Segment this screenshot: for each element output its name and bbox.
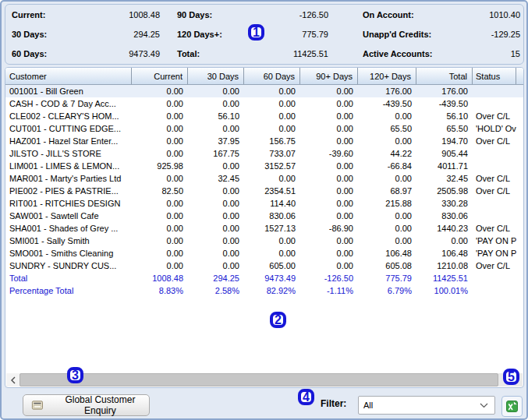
cell-60-days: 0.00 [244,122,300,135]
cell-60-days: 1527.13 [244,222,300,235]
cell-status [473,147,516,160]
cell-customer: JILSTO - JILL'S STORE [5,147,132,160]
cell-customer: SHA001 - Shades of Grey ... [5,222,132,235]
cell-120-days: 215.88 [358,197,416,210]
cell-current: 0.00 [132,235,188,247]
total-cell: 775.79 [358,272,416,284]
table-row[interactable]: SHA001 - Shades of Grey ... 0.00 0.00 15… [5,222,523,235]
table-row[interactable]: CUT001 - CUTTING EDGE... 0.00 0.00 0.00 … [5,122,523,135]
cell-90-days: 0.00 [300,210,358,222]
percentage-cell: Percentage Total [5,284,132,297]
column-header-60-days[interactable]: 60 Days [244,68,300,84]
cell-status [473,197,516,210]
cell-30-days: 0.00 [188,197,244,210]
cell-90-days: 0.00 [300,160,358,172]
percentage-cell: 2.58% [188,284,244,297]
cell-90-days: 0.00 [300,85,358,97]
summary-item-30-days: 30 Days: 294.25 [12,30,160,39]
cell-120-days: 176.00 [358,85,416,97]
column-header-customer[interactable]: Customer [5,68,132,84]
total-cell: 1008.48 [132,272,188,284]
cell-30-days: 0.00 [188,247,244,259]
cell-30-days: 56.10 [188,110,244,122]
summary-item-90-days: 90 Days: -126.50 [177,10,328,19]
total-cell [473,272,516,284]
cell-90-days: 0.00 [300,259,358,272]
percentage-total-row: Percentage Total 8.83% 2.58% 82.92% -1.1… [5,284,523,297]
cell-total: 1210.08 [416,259,473,272]
table-row[interactable]: LIM001 - LIMES & LEMON... 925.98 0.00 31… [5,160,523,172]
annotation-badge-3: 3 [67,367,83,383]
global-customer-enquiry-button[interactable]: Global Customer Enquiry [23,394,150,416]
summary-item-total: Total: 11425.51 [177,49,328,58]
annotation-badge-4: 4 [298,389,314,405]
cell-customer: SUNDRY - SUNDRY CUS... [5,259,132,272]
cell-30-days: 167.75 [188,147,244,160]
cell-90-days: 0.00 [300,110,358,122]
cell-total: 330.28 [416,197,473,210]
column-header-90-days[interactable]: 90+ Days [300,68,358,84]
cell-90-days: 0.00 [300,97,358,110]
cell-customer: SMO001 - Smiths Cleaning [5,247,132,259]
cell-total: 0.00 [416,235,473,247]
summary-label-unappd-credits: Unapp'd Credits: [363,30,431,39]
column-header-status[interactable]: Status [473,68,516,84]
table-row[interactable]: SUNDRY - SUNDRY CUS... 0.00 0.00 605.00 … [5,259,523,272]
filter-selected-value: All [363,401,373,410]
cell-current: 0.00 [132,147,188,160]
table-row[interactable]: SMI001 - Sally Smith 0.00 0.00 0.00 0.00… [5,235,523,247]
cell-current: 925.98 [132,160,188,172]
cell-current: 0.00 [132,222,188,235]
table-row[interactable]: JILSTO - JILL'S STORE 0.00 167.75 733.07… [5,147,523,160]
column-header-30-days[interactable]: 30 Days [188,68,244,84]
table-row[interactable]: CASH - COD & 7 Day Acc... 0.00 0.00 0.00… [5,97,523,110]
summary-value-120-days: 775.79 [302,30,328,39]
cell-120-days: 0.00 [358,210,416,222]
cell-total: 32.45 [416,172,473,185]
table-row[interactable]: RIT001 - RITCHIES DESIGN 0.00 0.00 114.4… [5,197,523,210]
scroll-left-button[interactable] [6,373,19,386]
summary-label-30-days: 30 Days: [12,30,47,39]
cell-customer: SAW001 - Sawtell Cafe [5,210,132,222]
cell-current: 0.00 [132,197,188,210]
cell-total: 4011.71 [416,160,473,172]
summary-item-current: Current: 1008.48 [12,10,160,19]
scrollbar-thumb[interactable] [19,373,498,386]
summary-value-current: 1008.48 [129,10,160,19]
summary-value-90-days: -126.50 [299,10,328,19]
table-row[interactable]: SMO001 - Smiths Cleaning 0.00 0.00 0.00 … [5,247,523,259]
cell-customer: MAR001 - Marty's Parties Ltd [5,172,132,185]
cell-status: Over C/L [473,222,516,235]
table-row[interactable]: HAZ001 - Hazel Star Enter... 0.00 37.95 … [5,135,523,147]
percentage-cell: 6.79% [358,284,416,297]
chevron-down-icon [480,403,488,408]
cell-30-days: 37.95 [188,135,244,147]
column-header-current[interactable]: Current [132,68,188,84]
cell-customer: SMI001 - Sally Smith [5,235,132,247]
cell-90-days: -39.60 [300,147,358,160]
cell-customer: HAZ001 - Hazel Star Enter... [5,135,132,147]
table-row[interactable]: SAW001 - Sawtell Cafe 0.00 0.00 830.06 0… [5,210,523,222]
table-row[interactable]: MAR001 - Marty's Parties Ltd 0.00 32.45 … [5,172,523,185]
cell-60-days: 0.00 [244,85,300,97]
cell-30-days: 0.00 [188,222,244,235]
cell-current: 0.00 [132,135,188,147]
cell-120-days: 106.48 [358,247,416,259]
horizontal-scrollbar[interactable] [6,373,523,386]
table-row[interactable]: CLE002 - CLEARY'S HOM... 0.00 56.10 0.00… [5,110,523,122]
cell-120-days: 0.00 [358,110,416,122]
annotation-badge-5: 5 [503,369,519,385]
filter-dropdown[interactable]: All [358,396,495,415]
cell-30-days: 0.00 [188,210,244,222]
table-row[interactable]: 001001 - Bill Green 0.00 0.00 0.00 0.00 … [5,85,523,97]
summary-column-1: Current: 1008.48 30 Days: 294.25 60 Days… [12,10,160,58]
table-header-row: Customer Current 30 Days 60 Days 90+ Day… [5,68,523,85]
column-header-total[interactable]: Total [416,68,473,84]
cell-total: 176.00 [416,85,473,97]
table-row[interactable]: PIE002 - PIES & PASTRIE... 82.50 0.00 23… [5,185,523,197]
column-header-120-days[interactable]: 120+ Days [358,68,416,84]
cell-status [473,210,516,222]
cell-status: 'HOLD' Over [473,122,516,135]
export-to-excel-button[interactable] [501,396,523,417]
percentage-cell: 8.83% [132,284,188,297]
